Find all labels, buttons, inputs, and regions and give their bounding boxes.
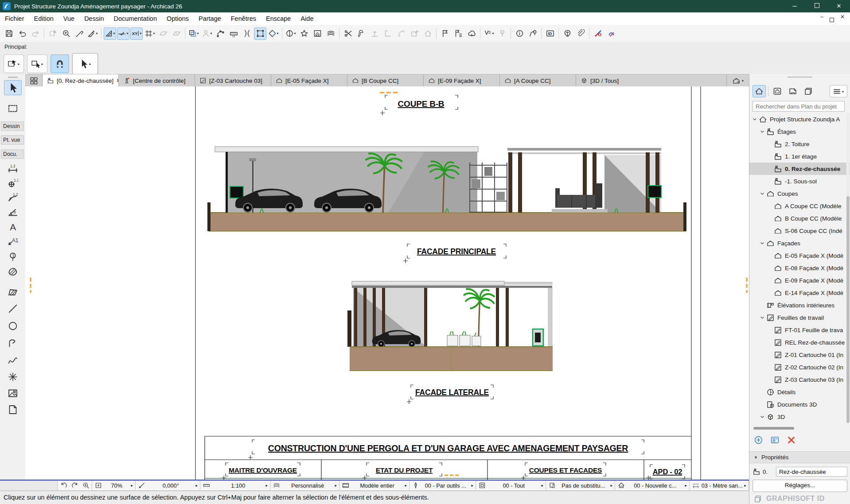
tree-item[interactable]: Étages: [749, 125, 850, 138]
tab-overview-button[interactable]: [25, 74, 42, 87]
doc-close-button[interactable]: ✕: [840, 14, 845, 23]
delete-viewpoint-button[interactable]: [787, 435, 796, 446]
tree-item[interactable]: Élévations intérieures: [749, 299, 850, 311]
tab-active[interactable]: [0. Rez-de-chaussée]✕: [42, 74, 118, 87]
toolbar-favorites-star-button[interactable]: [298, 27, 310, 40]
tree-item[interactable]: Façades: [749, 237, 850, 249]
tool-line-button[interactable]: [4, 302, 21, 316]
toolbar-layers-stack-button[interactable]: [324, 27, 337, 40]
quickbar-layer-combination[interactable]: Personnalisé▸: [270, 481, 339, 490]
toolbar-arc-button[interactable]: [395, 27, 407, 40]
chevron-down-icon[interactable]: [760, 315, 765, 320]
tool-marquee-button[interactable]: [4, 101, 21, 116]
tool-angle-dimension-button[interactable]: α: [4, 205, 21, 219]
tool-arrow-button[interactable]: [4, 80, 22, 95]
palette-group-docu[interactable]: Docu.: [1, 150, 24, 159]
search-input[interactable]: [753, 101, 844, 111]
tree-item[interactable]: Z-01 Cartouche 01 (In: [749, 349, 850, 361]
menu-item-fichier[interactable]: Fichier: [0, 13, 29, 25]
quickbar-model-view[interactable]: Modèle entier▸: [339, 481, 409, 490]
toolbar-circle-guide-button[interactable]: ▾: [285, 27, 297, 40]
tree-item[interactable]: Coupes: [749, 187, 850, 200]
navigator-menu-button[interactable]: ▸: [830, 85, 847, 97]
toolbar-paint-button[interactable]: [496, 27, 508, 40]
toolbar-grid-snap-button[interactable]: ▾: [144, 27, 156, 40]
tab-2[interactable]: [Z-03 Cartouche 03]: [195, 74, 271, 87]
toolbar-calipers-button[interactable]: [241, 27, 253, 40]
toolbar-coordinates-xy-button[interactable]: XY▾: [130, 27, 143, 40]
toolbar-house-pin-button[interactable]: [526, 27, 539, 40]
tool-hotspot-button[interactable]: [4, 370, 21, 384]
tool-drawing-button[interactable]: [4, 403, 21, 417]
tool-figure-button[interactable]: [4, 386, 21, 400]
palette-group-ptvue[interactable]: Pt. vue: [1, 136, 24, 145]
tool-circle-button[interactable]: [4, 319, 21, 333]
menu-item-dessin[interactable]: Dessin: [79, 13, 109, 25]
toolbar-guide-setsquare-button[interactable]: ▾: [104, 27, 116, 40]
quickbar-scale[interactable]: 1:100▸: [200, 481, 270, 490]
tab-list-dropdown[interactable]: ▾: [726, 74, 749, 87]
graphisoft-id-label[interactable]: GRAPHISOFT ID: [766, 495, 825, 503]
close-button[interactable]: ✕: [828, 0, 850, 12]
toolbar-brush-red-button[interactable]: [592, 27, 604, 40]
quickbar-orientation[interactable]: 0,000°▸: [136, 481, 200, 490]
publisher-button[interactable]: [802, 85, 815, 97]
tab-1[interactable]: [Centre de contrôle]: [118, 74, 195, 87]
quickbar-graphic-override[interactable]: Pas de substitu...▸: [546, 481, 615, 490]
tree-item[interactable]: Feuilles de travail: [749, 311, 850, 324]
navigator-grip[interactable]: [788, 77, 812, 78]
tree-item[interactable]: Projet Structure Zoundja A: [749, 113, 850, 125]
tab-5[interactable]: [E-09 Façade X]: [423, 74, 499, 87]
toolbar-edit-nodes-button[interactable]: [254, 27, 266, 40]
tool-fill-button[interactable]: [4, 265, 21, 279]
chevron-down-icon[interactable]: [760, 129, 765, 134]
palette-group-dessin[interactable]: Dessin: [1, 122, 24, 131]
toolbar-lift-button[interactable]: [368, 27, 381, 40]
tree-item[interactable]: 2. Toiture: [749, 138, 850, 150]
tree-item[interactable]: B Coupe CC (Modèle: [749, 212, 850, 225]
toolbar-measure-button[interactable]: 12: [227, 27, 240, 40]
toolbar-trace-reference-button[interactable]: ▾: [187, 27, 200, 40]
toolbar-save-button[interactable]: [3, 27, 15, 40]
properties-section-header[interactable]: ▼Propriétés: [749, 451, 850, 463]
tool-radial-dimension-button[interactable]: 1.2: [4, 190, 21, 205]
toolbar-info-button[interactable]: [513, 27, 526, 40]
toolbar-flag-list-button[interactable]: [452, 27, 464, 40]
toolbar-redo-button[interactable]: [29, 27, 42, 40]
tree-item[interactable]: Z-02 Cartouche 02 (In: [749, 361, 850, 373]
toolbar-transform-button[interactable]: [47, 27, 59, 40]
select-pet-button[interactable]: ▸: [27, 54, 47, 73]
tool-spline-button[interactable]: [4, 353, 21, 368]
add-viewpoint-button[interactable]: [754, 435, 763, 446]
toolbar-id-badge-button[interactable]: ID: [544, 27, 556, 40]
chevron-down-icon[interactable]: [760, 191, 765, 196]
toolbar-view-picture-button[interactable]: [311, 27, 324, 40]
drawing-canvas[interactable]: COUPE B-B FACADE PRINCIPALE FACADE LATER…: [25, 86, 749, 480]
quickbar-layer-all[interactable]: 00 - Tout▸: [476, 481, 546, 490]
project-map-button[interactable]: [753, 85, 766, 97]
toolbar-pickup-parameters-button[interactable]: [73, 27, 86, 40]
tree-item[interactable]: E-09 Façade X (Modè: [749, 274, 850, 287]
tree-item[interactable]: Z-03 Cartouche 03 (In: [749, 373, 850, 386]
layout-book-button[interactable]: [786, 85, 799, 97]
tool-dimension-button[interactable]: 1.2: [4, 161, 21, 175]
story-name-field[interactable]: [776, 467, 847, 477]
chevron-down-icon[interactable]: [760, 240, 765, 246]
gravity-magnet-button[interactable]: [51, 54, 69, 73]
menu-item-vue[interactable]: Vue: [58, 13, 79, 25]
menu-item-partage[interactable]: Partage: [194, 13, 226, 25]
window-stack-icon[interactable]: [754, 495, 762, 503]
toolbar-axe-button[interactable]: [355, 27, 367, 40]
toolbar-clip-button[interactable]: [574, 27, 587, 40]
tree-item[interactable]: 1. 1er étage: [749, 150, 850, 163]
tree-item[interactable]: S-06 Coupe CC (Indé: [749, 225, 850, 237]
quickbar-pen-set[interactable]: 00 - Par outils ...▸: [409, 481, 476, 490]
tab-7[interactable]: [3D / Tous]: [576, 74, 652, 87]
toolbar-cloud-sync-button[interactable]: [465, 27, 478, 40]
toolbar-morph-plane-button[interactable]: ▾: [267, 27, 280, 40]
toolbar-corner-button[interactable]: [382, 27, 394, 40]
tool-hatch-button[interactable]: [4, 285, 21, 299]
doc-minimize-button[interactable]: –: [820, 14, 823, 23]
tree-item[interactable]: 0. Rez-de-chaussée: [749, 163, 850, 175]
settings-button[interactable]: Réglages...: [753, 480, 847, 492]
